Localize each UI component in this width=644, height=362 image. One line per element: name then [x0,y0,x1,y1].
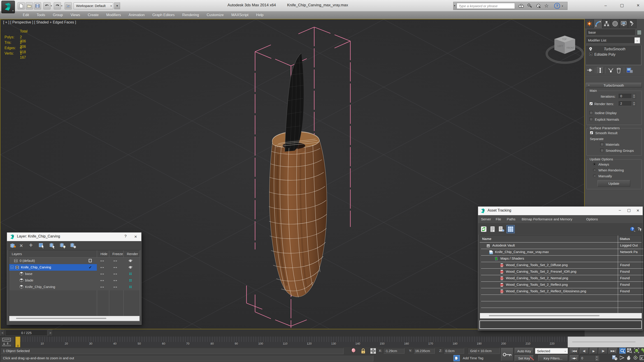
freeze-toggle[interactable] [114,280,117,281]
object-row[interactable]: base [9,271,140,277]
tab-motion[interactable] [611,19,620,28]
highlight-selected-layer-button[interactable] [59,243,66,249]
go-to-start-button[interactable]: |◀◀ [570,348,579,354]
menu-modifiers[interactable]: Modifiers [102,11,125,19]
add-time-tag-icon-button[interactable] [454,355,460,361]
selection-lock-toggle[interactable] [361,348,366,354]
zoom-extents-button[interactable] [634,348,640,354]
redo-button[interactable] [54,2,61,9]
column-freeze[interactable]: Freeze [112,252,123,256]
maximize-viewport-toggle[interactable] [639,355,644,361]
tab-utilities[interactable] [628,19,636,28]
orbit-button[interactable] [633,355,639,361]
remove-modifier-button[interactable] [616,67,621,73]
scrollbar-thumb[interactable] [16,318,106,319]
set-key-mode-button[interactable] [501,348,513,361]
smooth-result-checkbox[interactable]: ✓ [590,131,593,134]
online-help-button[interactable]: ? [630,226,636,232]
close-button[interactable]: × [634,3,642,8]
object-color-swatch[interactable] [637,30,642,35]
pan-view-button[interactable] [626,355,632,361]
menu-rendering[interactable]: Rendering [178,11,203,19]
asset-dialog-titlebar[interactable]: Asset Tracking – ▢ × [478,207,643,215]
go-to-end-button[interactable]: ▶▶| [608,348,618,354]
explicit-normals-checkbox[interactable] [589,117,593,121]
modifier-list-dropdown[interactable]: Modifier List ⌄ [586,37,640,43]
object-row[interactable]: blade [9,277,140,284]
communication-center-button[interactable] [536,3,541,8]
tab-display[interactable] [620,19,628,28]
hide-toggle[interactable] [100,267,104,268]
add-to-layer-button[interactable]: + [29,242,33,249]
refresh-button[interactable] [481,226,487,232]
menu-help[interactable]: Help [252,11,268,19]
column-layers[interactable]: Layers [12,252,22,256]
minimize-button[interactable]: – [602,3,610,8]
menu-maxscript[interactable]: MAXScript [228,11,252,19]
zoom-all-button[interactable] [626,348,633,354]
layer-dialog-titlebar[interactable]: Layer: Knife_Chip_Carving ? × [7,233,141,241]
y-coordinate-field[interactable]: 16.235cm [414,348,435,354]
column-hide[interactable]: Hide [100,252,108,256]
tab-hierarchy[interactable] [602,19,611,28]
time-slider-handle[interactable]: 0 [15,337,20,347]
current-frame-field[interactable]: 0 ▲▼ [580,355,599,361]
workspace-menu-button[interactable]: ▼ [114,2,120,9]
asset-minimize-button[interactable]: – [616,208,623,212]
show-end-result-button[interactable] [597,67,604,74]
current-layer-check[interactable]: ✓ [89,265,92,270]
menu-tools[interactable]: Tools [33,11,49,19]
menu-edit[interactable]: Edit [19,11,33,19]
asset-row[interactable]: PNG Wood_Carving_Tools_Set_2_Reflect.png… [481,282,643,288]
key-step-toggle[interactable]: |◀▶| [570,355,579,361]
hide-toggle[interactable] [100,280,104,281]
render-teapot-icon[interactable] [128,259,133,262]
iterations-spinner[interactable]: ▲▼ [632,94,636,99]
create-layer-button[interactable] [10,243,16,249]
asset-table-hscrollbar[interactable] [480,313,642,319]
menu-animation[interactable]: Animation [125,11,148,19]
z-coordinate-field[interactable]: 0.0cm [444,348,464,354]
previous-key-button[interactable]: ◀| [580,348,589,354]
lightbulb-icon[interactable] [589,47,592,51]
help-dropdown-icon[interactable]: ▾ [562,5,563,7]
freeze-toggle[interactable] [114,267,117,268]
rollout-header-turbosmooth[interactable]: − TurboSmooth [586,83,642,88]
materials-checkbox[interactable] [600,143,604,146]
subscription-button[interactable] [527,3,532,8]
undo-button[interactable] [43,2,50,9]
object-name-field[interactable]: base [587,29,636,35]
render-iters-spinner[interactable]: ▲▼ [632,101,636,106]
layer-row[interactable]: 0 (default) [9,258,140,264]
frame-spinner[interactable]: ▲▼ [595,355,599,361]
asset-close-button[interactable]: × [634,208,641,213]
freeze-toggle[interactable] [114,274,117,275]
asset-menu-options[interactable]: Options [586,217,598,221]
modifier-list-chevron[interactable]: ⌄ [634,37,640,43]
configure-modifier-sets-button[interactable] [626,67,633,73]
smoothing-groups-checkbox[interactable] [600,149,604,152]
render-iters-field[interactable]: 2 [619,101,632,106]
asset-maximize-button[interactable]: ▢ [626,208,632,213]
open-file-button[interactable] [26,2,33,9]
context-help-button[interactable]: ? [637,226,642,232]
table-view-button[interactable] [506,225,515,233]
layer-table-hscrollbar[interactable] [9,316,140,321]
tab-modify[interactable] [594,19,602,28]
new-scene-button[interactable] [18,2,25,9]
asset-row[interactable]: PNG Wood_Carving_Tools_Set_2_Diffuse.png… [481,262,643,269]
app-logo-button[interactable]: ▾ [1,1,15,13]
info-list-button[interactable] [490,226,495,232]
asset-row[interactable]: PNG Wood_Carving_Tools_Set_2_Reflect_Glo… [481,288,643,295]
freeze-toggle[interactable] [114,287,117,288]
hide-toggle[interactable] [100,287,104,288]
search-button[interactable] [518,3,524,8]
layer-dialog-help-button[interactable]: ? [122,234,129,239]
update-manually-radio[interactable] [593,174,596,178]
update-always-radio[interactable] [593,163,596,166]
hide-toggle[interactable] [100,261,104,261]
asset-row[interactable]: Autodesk Vault Logged Out [481,243,643,249]
layer-properties-button[interactable] [70,243,76,249]
asset-row[interactable]: Maps / Shaders [481,256,643,262]
project-folder-button[interactable] [64,2,72,9]
